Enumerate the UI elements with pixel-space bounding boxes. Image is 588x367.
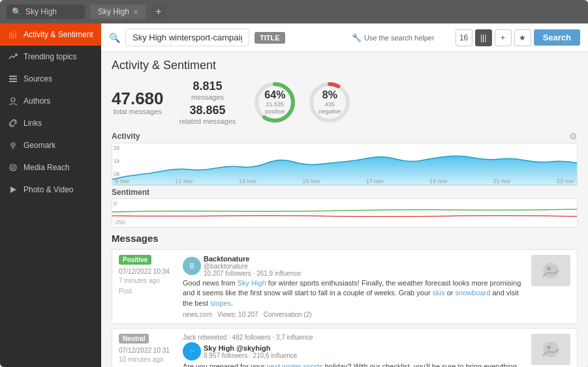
message-text-2: Are you prepared for your next winter sp… — [183, 362, 526, 367]
ctrl-bar-button[interactable]: ||| — [475, 29, 492, 46]
message-footer-1: news.com Views: 10.207 Conversation (2) — [183, 311, 526, 318]
titlebar-query: Sky High — [25, 7, 57, 16]
positive-pct: 64% — [264, 89, 285, 101]
svg-point-20 — [547, 267, 551, 271]
search-input[interactable] — [125, 29, 249, 46]
sidebar-label-authors: Authors — [23, 96, 50, 106]
link-skis[interactable]: skis — [433, 289, 445, 297]
link-winter-sports-2[interactable]: next winter sports — [266, 362, 322, 367]
author-avatar-1: B — [183, 257, 201, 275]
sidebar-item-sources[interactable]: Sources — [0, 68, 101, 90]
negative-gauge: 8% 435 negative — [306, 79, 353, 126]
sentiment-badge-2: Neutral — [119, 334, 149, 344]
trending-icon — [8, 51, 18, 62]
x-label-9nov: 9 nov — [115, 178, 129, 184]
x-label-21nov: 21 nov — [493, 178, 511, 184]
svg-rect-5 — [9, 78, 17, 80]
tab-close-icon[interactable]: ✕ — [133, 8, 138, 16]
media-reach-icon — [8, 162, 18, 173]
author-avatar-2: 🐦 — [183, 342, 201, 360]
link-slopes[interactable]: slopes — [210, 299, 231, 307]
sidebar-item-geomark[interactable]: Geomark — [0, 134, 101, 156]
sidebar-item-media-reach[interactable]: Media Reach — [0, 156, 101, 179]
sentiment-chart-section: Sentiment 0 -250 — [101, 188, 588, 228]
x-label-23nov: 23 nov — [557, 178, 574, 184]
x-label-15nov: 15 nov — [302, 178, 320, 184]
link-snowboard-1[interactable]: snowboard — [456, 289, 491, 297]
total-messages-stat: 47.680 total messages — [112, 89, 164, 116]
svg-marker-13 — [10, 186, 16, 193]
svg-point-19 — [543, 263, 559, 278]
ctrl-16-button[interactable]: 16 — [456, 29, 472, 46]
authors-icon — [8, 96, 18, 106]
link-skyhigh-1[interactable]: Sky High — [238, 279, 266, 287]
svg-rect-6 — [9, 81, 17, 82]
sentiment-chart-label: Sentiment — [112, 188, 149, 197]
sidebar-item-activity[interactable]: Activity & Sentiment — [0, 23, 101, 46]
svg-point-21 — [543, 342, 559, 357]
author-name-2: Sky High @skyhigh — [204, 344, 297, 352]
titlebar-search: 🔍 Sky High — [7, 5, 85, 19]
sentiment-y-0: 0 — [114, 200, 117, 207]
author-handle-1: @backtonature — [204, 263, 301, 270]
title-badge[interactable]: TITLE — [255, 32, 285, 44]
search-helper[interactable]: 🔧 Use the search helper — [352, 33, 435, 42]
photo-video-icon — [8, 184, 18, 195]
x-label-13nov: 13 nov — [239, 178, 256, 184]
message-body-1: B Backtonature @backtonature 10.207 foll… — [183, 255, 526, 318]
svg-point-11 — [10, 164, 16, 171]
gauges: 64% 21.535 positive — [251, 79, 353, 126]
search-bar-icon: 🔍 — [109, 33, 120, 43]
ctrl-star-button[interactable]: ★ — [514, 29, 531, 46]
author-name-1: Backtonature — [204, 255, 301, 263]
messages-count: 8.815 — [179, 80, 236, 93]
sidebar-item-authors[interactable]: Authors — [0, 90, 101, 112]
svg-point-9 — [12, 144, 14, 145]
sidebar-label-photo-video: Photo & Video — [23, 185, 74, 194]
titlebar: 🔍 Sky High Sky High ✕ + — [0, 0, 588, 23]
message-body-2: Jack retweeted · 482 followers · 3,7 inf… — [183, 334, 526, 367]
y-label-2k: 2k — [114, 145, 120, 151]
related-count: 38.865 — [179, 104, 236, 117]
message-card-2: Neutral 07/12/2022 10:31 10 minutes ago … — [112, 328, 578, 367]
search-button[interactable]: Search — [534, 29, 580, 46]
sidebar: Activity & Sentiment Trending topics Sou… — [0, 23, 101, 367]
activity-chart-label: Activity — [112, 132, 140, 141]
sentiment-badge-1: Positive — [119, 255, 151, 265]
message-thumb-1 — [531, 255, 570, 286]
x-label-11nov: 11 nov — [175, 178, 193, 184]
sidebar-label-links: Links — [23, 119, 42, 128]
sidebar-item-photo-video[interactable]: Photo & Video — [0, 179, 101, 201]
negative-sub: 435 negative — [318, 101, 341, 115]
chart-gear-icon[interactable]: ⚙ — [569, 131, 578, 141]
search-controls: 16 ||| + ★ Search — [456, 29, 580, 46]
x-label-19nov: 19 nov — [429, 178, 447, 184]
messages-section: Messages Positive 07/12/2022 10:34 7 min… — [101, 228, 588, 367]
messages-label: messages — [179, 93, 236, 101]
search-bar: 🔍 TITLE 🔧 Use the search helper 16 ||| +… — [101, 23, 588, 52]
sidebar-item-links[interactable]: Links — [0, 112, 101, 134]
add-tab-button[interactable]: + — [151, 5, 166, 19]
total-messages-number: 47.680 — [112, 89, 164, 108]
tab-label: Sky High — [98, 7, 129, 16]
app-window: 🔍 Sky High Sky High ✕ + Activity & Senti… — [0, 0, 588, 367]
helper-text: Use the search helper — [364, 34, 435, 42]
message-author-2: 🐦 Sky High @skyhigh 8.957 followers · 21… — [183, 342, 526, 360]
meta-ago-2: 10 minutes ago — [119, 356, 163, 363]
page-title: Activity & Sentiment — [112, 59, 216, 72]
sources-icon — [8, 74, 18, 84]
author-stats-2: 8.957 followers · 210,6 influence — [204, 352, 297, 359]
links-icon — [8, 118, 18, 128]
active-tab[interactable]: Sky High ✕ — [90, 5, 146, 19]
sidebar-item-trending[interactable]: Trending topics — [0, 46, 101, 68]
ctrl-plus-button[interactable]: + — [495, 29, 512, 46]
total-messages-label: total messages — [112, 108, 164, 115]
sidebar-label-media-reach: Media Reach — [23, 163, 70, 172]
x-label-17nov: 17 nov — [366, 178, 384, 184]
activity-chart-section: Activity ⚙ — [101, 131, 588, 185]
svg-rect-0 — [9, 33, 10, 38]
meta-date-2: 07/12/2022 10:31 — [119, 347, 170, 354]
meta-ago-1: 7 minutes ago — [119, 277, 160, 284]
svg-rect-3 — [15, 31, 16, 38]
svg-rect-4 — [9, 76, 17, 77]
